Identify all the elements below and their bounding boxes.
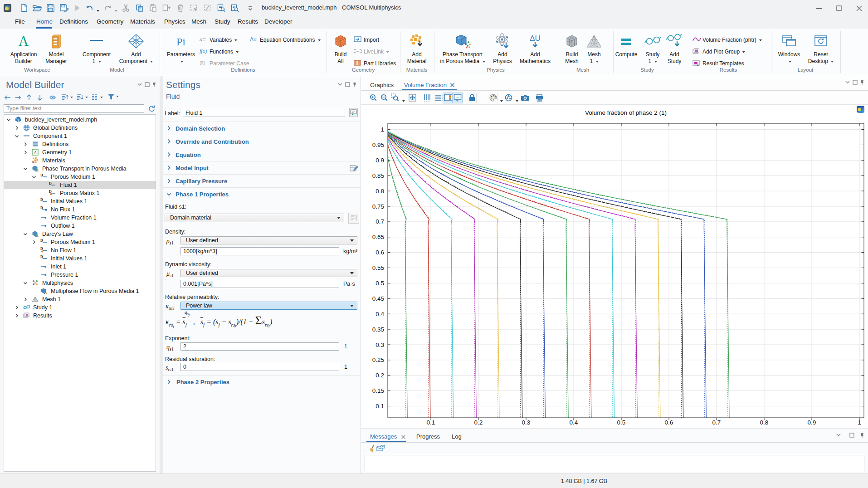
svg-text:a: a bbox=[200, 36, 203, 43]
svg-text:0.6: 0.6 bbox=[375, 249, 384, 256]
svg-text:1: 1 bbox=[858, 419, 861, 426]
svg-text:0.7: 0.7 bbox=[375, 218, 384, 225]
svg-text:0.25: 0.25 bbox=[372, 356, 384, 363]
svg-text:Pi: Pi bbox=[200, 59, 205, 66]
svg-text:0.3: 0.3 bbox=[522, 419, 531, 426]
svg-text:A: A bbox=[19, 34, 29, 49]
svg-text:ΔU: ΔU bbox=[530, 34, 541, 43]
svg-text:0.4: 0.4 bbox=[375, 311, 384, 317]
svg-text:0.2: 0.2 bbox=[375, 372, 384, 379]
svg-text:0.55: 0.55 bbox=[372, 264, 384, 271]
svg-text:0.4: 0.4 bbox=[570, 419, 578, 426]
svg-text:0.5: 0.5 bbox=[375, 280, 384, 287]
svg-text:0.6: 0.6 bbox=[665, 419, 673, 426]
svg-text:0.75: 0.75 bbox=[372, 203, 384, 210]
svg-text:0.1: 0.1 bbox=[375, 403, 384, 410]
svg-text:0.1: 0.1 bbox=[427, 419, 435, 426]
svg-text:D: D bbox=[40, 206, 43, 210]
svg-text:0.85: 0.85 bbox=[372, 172, 384, 179]
svg-text:0.9: 0.9 bbox=[375, 157, 384, 164]
svg-text:Volume fraction of phase 2 (1): Volume fraction of phase 2 (1) bbox=[585, 109, 667, 116]
svg-text:0.8: 0.8 bbox=[375, 188, 384, 195]
svg-text:0.15: 0.15 bbox=[372, 387, 384, 394]
svg-text:=: = bbox=[203, 36, 206, 43]
svg-text:0.8: 0.8 bbox=[760, 419, 769, 426]
svg-text:1: 1 bbox=[380, 126, 384, 133]
svg-text:Δu: Δu bbox=[250, 36, 257, 43]
svg-text:0.7: 0.7 bbox=[712, 419, 721, 426]
svg-text:0.95: 0.95 bbox=[372, 142, 384, 148]
svg-text:f(x): f(x) bbox=[200, 49, 207, 54]
svg-text:0.45: 0.45 bbox=[372, 295, 384, 302]
svg-text:0.35: 0.35 bbox=[372, 326, 384, 333]
svg-text:0.3: 0.3 bbox=[375, 342, 384, 348]
svg-text:0.65: 0.65 bbox=[372, 234, 384, 240]
svg-text:A: A bbox=[33, 150, 37, 155]
svg-text:0.9: 0.9 bbox=[808, 419, 816, 426]
svg-text:Pi: Pi bbox=[176, 36, 185, 48]
svg-text:0.2: 0.2 bbox=[474, 419, 483, 426]
svg-text:0.5: 0.5 bbox=[617, 419, 626, 426]
